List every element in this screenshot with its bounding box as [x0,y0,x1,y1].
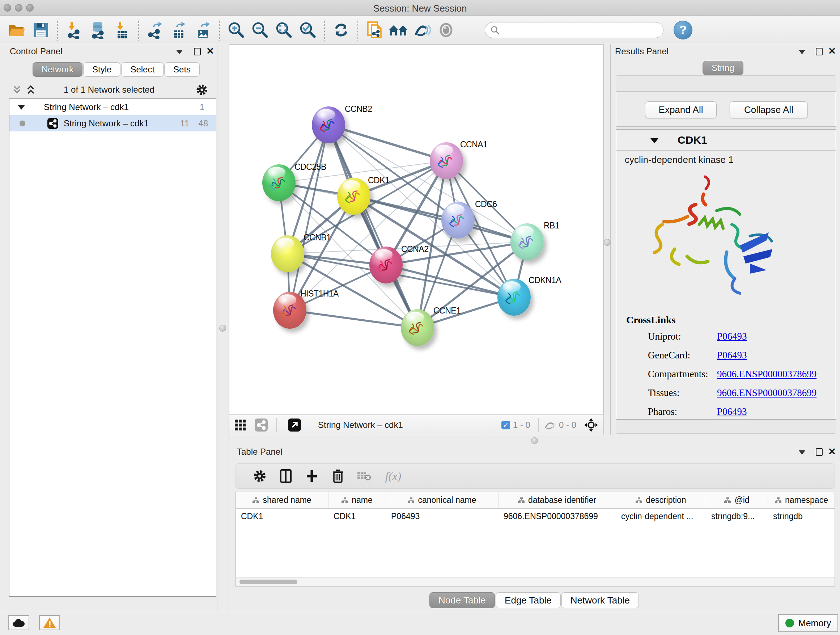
function-builder-button[interactable]: f(x) [377,470,409,483]
crosslink-link[interactable]: P06493 [717,406,747,417]
column-header--id[interactable]: @id [706,492,768,508]
grey-eye-button[interactable] [434,19,458,41]
tab-select[interactable]: Select [121,62,164,77]
panel-float-icon[interactable] [194,48,201,55]
delete-column-button[interactable] [325,469,351,483]
panel-close-icon[interactable] [828,447,836,456]
network-view[interactable]: CCNB2CCNA1CDC25BCDK1CDC6RB1CCNB1CCNA2CDK… [229,44,603,415]
table-cell[interactable]: CDK1 [328,509,386,524]
gear-icon[interactable] [195,83,208,96]
export-image-button[interactable] [191,19,215,41]
table-cell[interactable]: 9606.ENSP00000378699 [499,509,616,524]
table-cell[interactable]: P06493 [386,509,499,524]
network-node-rb1[interactable] [510,223,544,260]
crosslink-link[interactable]: P06493 [717,331,747,342]
panel-menu-caret-icon[interactable] [799,50,805,54]
selected-checkbox[interactable] [501,421,510,429]
tab-network[interactable]: Network [33,62,82,77]
scrollbar-thumb[interactable] [240,580,297,584]
column-header-name[interactable]: name [328,492,386,508]
export-network-button[interactable] [143,19,167,41]
tab-node-table[interactable]: Node Table [429,592,495,608]
show-columns-button[interactable] [273,469,299,483]
expand-all-button[interactable]: Expand All [645,101,717,119]
network-node-cdk1[interactable] [337,178,370,215]
network-node-cdkn1a[interactable] [497,279,531,316]
tree-expand-icon[interactable] [18,105,25,110]
network-row[interactable]: String Network – cdk1 11 48 [9,115,216,131]
cloud-status-button[interactable] [8,615,29,630]
splitter-handle[interactable] [219,325,226,332]
panel-float-icon[interactable] [816,448,823,456]
panel-close-icon[interactable] [828,46,836,56]
tab-string[interactable]: String [703,61,744,75]
memory-button[interactable]: Memory [778,614,838,632]
collapse-all-button[interactable]: Collapse All [729,101,808,119]
right-splitter[interactable] [603,44,611,435]
network-node-ccna1[interactable] [430,142,463,179]
column-header-description[interactable]: description [616,492,706,508]
birds-eye-view-button[interactable] [229,419,251,431]
horizontal-splitter-handle[interactable] [531,437,538,444]
refresh-button[interactable] [329,19,353,41]
table-cell[interactable]: cyclin-dependent ... [616,509,706,524]
table-cell[interactable]: stringdb:9... [706,509,768,524]
network-collection-row[interactable]: String Network – cdk1 1 [9,99,216,115]
hidden-eye-icon[interactable] [544,420,556,431]
column-header-database-identifier[interactable]: database identifier [499,492,616,508]
tab-network-table[interactable]: Network Table [561,592,639,608]
import-network-file-button[interactable] [62,19,86,41]
node-label-ccnb2: CCNB2 [345,104,372,114]
create-column-button[interactable] [299,469,325,483]
string-home-button[interactable] [386,19,410,41]
horizontal-scrollbar[interactable] [236,578,835,586]
table-cell[interactable]: stringdb [768,509,835,524]
panel-menu-caret-icon[interactable] [176,50,183,54]
string-glasses-button[interactable] [410,19,434,41]
table-cell[interactable]: CDK1 [236,509,328,524]
zoom-selected-button[interactable] [296,19,320,41]
panel-close-icon[interactable] [206,46,214,56]
import-table-button[interactable] [110,19,134,41]
collapse-section-icon[interactable] [651,138,658,143]
tab-sets[interactable]: Sets [164,62,200,77]
table-settings-button[interactable] [247,469,273,483]
network-node-ccnb2[interactable] [312,106,345,143]
zoom-out-button[interactable] [248,19,272,41]
column-header-shared-name[interactable]: shared name [236,492,328,508]
splitter-handle[interactable] [604,239,611,246]
crosslink-label: GeneCard: [648,350,690,361]
network-node-cdc25b[interactable] [262,165,295,201]
table-row[interactable]: CDK1CDK1P064939606.ENSP00000378699cyclin… [236,509,835,524]
export-table-button[interactable] [167,19,191,41]
network-node-cdc6[interactable] [441,202,475,239]
search-input[interactable] [503,25,658,35]
open-session-button[interactable] [5,19,29,41]
help-button[interactable]: ? [674,21,692,40]
panel-menu-caret-icon[interactable] [799,450,805,455]
left-splitter[interactable] [217,44,229,612]
zoom-fit-button[interactable] [272,19,296,41]
protein-header-row[interactable]: CDK1 [616,130,836,150]
crosslink-link[interactable]: 9606.ENSP00000378699 [717,369,816,380]
column-header-canonical-name[interactable]: canonical name [386,492,499,508]
zoom-in-button[interactable] [224,19,248,41]
import-network-database-button[interactable] [86,19,110,41]
delete-table-button[interactable] [351,470,377,482]
crosslink-link[interactable]: 9606.ENSP00000378699 [717,387,816,399]
clone-network-button[interactable] [363,19,386,41]
string-style-button[interactable] [251,418,271,432]
save-session-button[interactable] [29,19,53,41]
network-node-ccne1[interactable] [401,309,434,346]
tab-style[interactable]: Style [83,62,120,77]
network-node-ccnb1[interactable] [271,235,304,272]
open-in-window-button[interactable] [282,418,307,432]
import-table-icon [113,21,131,39]
column-header-namespace[interactable]: namespace [768,492,835,508]
crosslink-link[interactable]: P06493 [717,350,747,361]
panel-float-icon[interactable] [816,48,823,55]
pan-mode-button[interactable] [579,418,603,432]
warning-status-button[interactable] [39,615,60,630]
network-node-ccna2[interactable] [369,247,403,283]
tab-edge-table[interactable]: Edge Table [496,592,561,608]
